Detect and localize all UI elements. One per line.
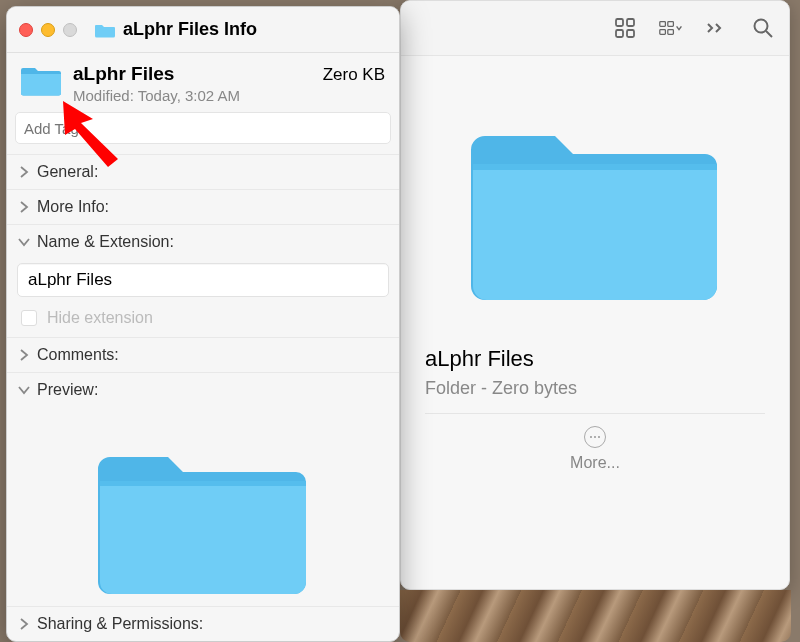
ellipsis-icon: ⋯ — [584, 426, 606, 448]
info-window: aLphr Files Info aLphr Files Modified: T… — [6, 6, 400, 642]
finder-toolbar — [401, 1, 789, 56]
preview-folder-icon — [98, 425, 308, 605]
finder-content: aLphr Files Folder - Zero bytes ⋯ More..… — [401, 56, 789, 496]
info-modified: Modified: Today, 3:02 AM — [73, 87, 385, 104]
section-comments[interactable]: Comments: — [7, 337, 399, 372]
svg-rect-11 — [100, 481, 306, 486]
section-preview[interactable]: Preview: — [7, 372, 399, 407]
tags-input[interactable] — [15, 112, 391, 144]
preview-area — [7, 407, 399, 606]
finder-window: aLphr Files Folder - Zero bytes ⋯ More..… — [400, 0, 790, 590]
chevron-down-icon — [17, 235, 31, 249]
svg-rect-0 — [616, 19, 623, 26]
traffic-lights — [19, 23, 77, 37]
section-name-extension[interactable]: Name & Extension: — [7, 224, 399, 259]
section-more-info[interactable]: More Info: — [7, 189, 399, 224]
info-window-title: aLphr Files Info — [123, 19, 257, 40]
more-chevrons-icon[interactable] — [705, 16, 729, 40]
close-button[interactable] — [19, 23, 33, 37]
chevron-right-icon — [17, 165, 31, 179]
titlebar-folder-icon — [95, 22, 115, 38]
chevron-right-icon — [17, 200, 31, 214]
svg-rect-5 — [660, 30, 666, 35]
svg-point-8 — [755, 20, 768, 33]
finder-more-button[interactable]: ⋯ More... — [425, 426, 765, 472]
svg-rect-4 — [660, 22, 666, 27]
section-sharing[interactable]: Sharing & Permissions: — [7, 606, 399, 641]
info-size: Zero KB — [323, 65, 385, 85]
svg-rect-3 — [627, 30, 634, 37]
svg-rect-7 — [668, 30, 674, 35]
hide-extension-checkbox: Hide extension — [7, 305, 399, 337]
desktop-background — [400, 590, 791, 642]
minimize-button[interactable] — [41, 23, 55, 37]
info-titlebar[interactable]: aLphr Files Info — [7, 7, 399, 53]
zoom-button[interactable] — [63, 23, 77, 37]
svg-rect-1 — [627, 19, 634, 26]
section-general[interactable]: General: — [7, 154, 399, 189]
svg-rect-10 — [473, 164, 717, 170]
finder-more-label: More... — [570, 454, 620, 472]
name-extension-input[interactable] — [17, 263, 389, 297]
info-header: aLphr Files Modified: Today, 3:02 AM Zer… — [7, 53, 399, 108]
chevron-right-icon — [17, 348, 31, 362]
svg-line-9 — [766, 31, 772, 37]
view-grid-icon[interactable] — [613, 16, 637, 40]
checkbox-icon — [21, 310, 37, 326]
info-header-folder-icon[interactable] — [21, 63, 61, 97]
finder-folder-icon[interactable] — [470, 96, 720, 306]
group-icon[interactable] — [659, 16, 683, 40]
finder-item-subtitle: Folder - Zero bytes — [425, 378, 765, 414]
svg-rect-6 — [668, 22, 674, 27]
finder-item-name: aLphr Files — [425, 346, 765, 372]
chevron-down-icon — [17, 383, 31, 397]
chevron-right-icon — [17, 617, 31, 631]
svg-rect-2 — [616, 30, 623, 37]
search-icon[interactable] — [751, 16, 775, 40]
